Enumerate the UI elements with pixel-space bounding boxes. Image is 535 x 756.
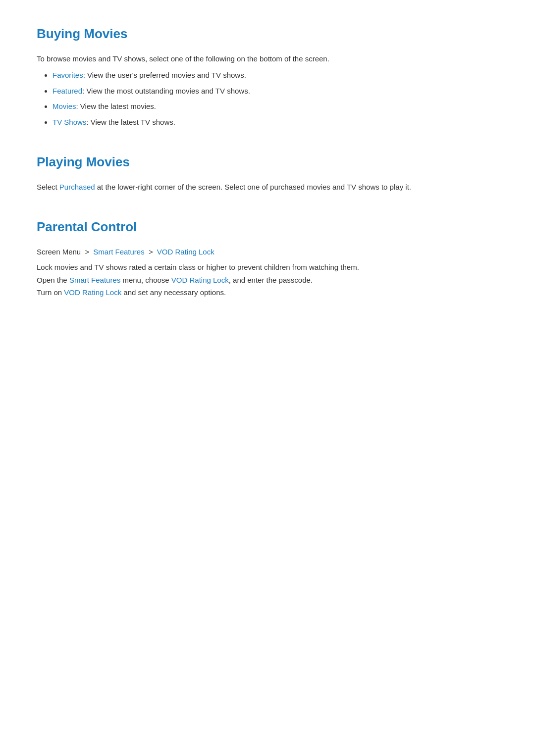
featured-link[interactable]: Featured: [53, 87, 82, 95]
favorites-desc: : View the user's preferred movies and T…: [83, 71, 246, 79]
movies-link[interactable]: Movies: [53, 102, 76, 110]
buying-movies-intro: To browse movies and TV shows, select on…: [37, 52, 498, 65]
vod-rating-lock-link-1[interactable]: VOD Rating Lock: [157, 248, 214, 256]
smart-features-link-1[interactable]: Smart Features: [93, 248, 144, 256]
pc-line3-text1: Turn on: [37, 288, 64, 297]
parental-control-line-2: Open the Smart Features menu, choose VOD…: [37, 274, 498, 287]
vod-rating-lock-link-2[interactable]: VOD Rating Lock: [171, 276, 229, 284]
buying-movies-section: Buying Movies To browse movies and TV sh…: [37, 24, 498, 128]
parental-control-section: Parental Control Screen Menu > Smart Fea…: [37, 217, 498, 299]
breadcrumb-arrow-1: >: [85, 248, 91, 256]
pc-line2-text2: menu, choose: [120, 276, 171, 284]
playing-movies-text-after: at the lower-right corner of the screen.…: [95, 183, 411, 191]
playing-movies-section: Playing Movies Select Purchased at the l…: [37, 152, 498, 193]
playing-movies-title: Playing Movies: [37, 152, 498, 173]
playing-movies-text-before: Select: [37, 183, 59, 191]
tv-shows-desc: : View the latest TV shows.: [86, 118, 175, 126]
pc-line2-text3: , and enter the passcode.: [229, 276, 313, 284]
playing-movies-body: Select Purchased at the lower-right corn…: [37, 181, 498, 194]
list-item: Featured: View the most outstanding movi…: [53, 85, 498, 98]
list-item: TV Shows: View the latest TV shows.: [53, 116, 498, 129]
list-item: Movies: View the latest movies.: [53, 100, 498, 113]
buying-movies-title: Buying Movies: [37, 24, 498, 45]
breadcrumb-prefix: Screen Menu: [37, 248, 81, 256]
featured-desc: : View the most outstanding movies and T…: [82, 87, 250, 95]
list-item: Favorites: View the user's preferred mov…: [53, 69, 498, 82]
parental-control-line-3: Turn on VOD Rating Lock and set any nece…: [37, 286, 498, 299]
parental-control-line-1: Lock movies and TV shows rated a certain…: [37, 261, 498, 274]
movies-desc: : View the latest movies.: [76, 102, 156, 110]
pc-line3-text2: and set any necessary options.: [121, 288, 226, 297]
pc-line2-text1: Open the: [37, 276, 69, 284]
breadcrumb-arrow-2: >: [149, 248, 155, 256]
smart-features-link-2[interactable]: Smart Features: [69, 276, 120, 284]
tv-shows-link[interactable]: TV Shows: [53, 118, 86, 126]
breadcrumb: Screen Menu > Smart Features > VOD Ratin…: [37, 246, 498, 258]
purchased-link[interactable]: Purchased: [59, 183, 95, 191]
favorites-link[interactable]: Favorites: [53, 71, 83, 79]
buying-movies-list: Favorites: View the user's preferred mov…: [37, 69, 498, 128]
vod-rating-lock-link-3[interactable]: VOD Rating Lock: [64, 288, 121, 297]
parental-control-title: Parental Control: [37, 217, 498, 238]
